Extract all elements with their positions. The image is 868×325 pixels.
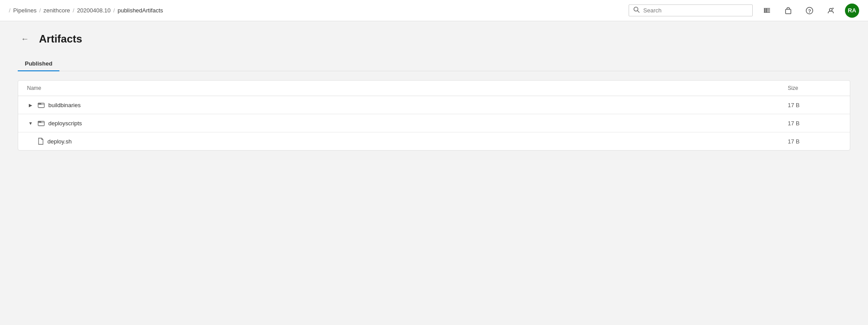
artifacts-table: Name Size ▶ buildbinaries 17 B ▼ xyxy=(18,80,850,151)
row-name-deployscripts: ▼ deployscripts xyxy=(27,120,788,127)
header: / Pipelines / zenithcore / 20200408.10 /… xyxy=(0,0,868,21)
page-title: Artifacts xyxy=(39,33,82,45)
svg-text:⚙: ⚙ xyxy=(832,7,834,9)
back-button[interactable]: ← xyxy=(18,32,32,46)
user-settings-icon[interactable]: ⚙ xyxy=(824,4,838,18)
header-right: ? ⚙ RA xyxy=(629,4,859,18)
tabs: Published xyxy=(18,57,850,71)
folder-icon xyxy=(38,120,45,127)
svg-line-1 xyxy=(637,11,639,12)
column-size: Size xyxy=(788,85,841,91)
chevron-right-icon[interactable]: ▶ xyxy=(27,103,34,108)
breadcrumb-published-artifacts[interactable]: publishedArtifacts xyxy=(117,7,163,14)
chevron-down-icon[interactable]: ▼ xyxy=(27,121,34,126)
svg-text:?: ? xyxy=(808,8,811,13)
search-input[interactable] xyxy=(643,7,748,14)
item-name-buildbinaries[interactable]: buildbinaries xyxy=(48,102,81,108)
folder-icon xyxy=(38,101,45,108)
item-name-deployscripts[interactable]: deployscripts xyxy=(48,120,82,127)
page-header: ← Artifacts xyxy=(18,32,850,46)
column-name: Name xyxy=(27,85,788,91)
search-box[interactable] xyxy=(629,4,753,16)
help-icon[interactable]: ? xyxy=(802,4,817,18)
item-size-deploysh: 17 B xyxy=(788,138,841,145)
breadcrumb-zenithcore[interactable]: zenithcore xyxy=(43,7,70,14)
list-icon[interactable] xyxy=(760,4,774,18)
svg-rect-8 xyxy=(786,9,791,14)
row-name-deploysh: deploy.sh xyxy=(27,138,788,145)
avatar[interactable]: RA xyxy=(845,4,859,18)
search-icon xyxy=(633,7,640,14)
breadcrumb: / Pipelines / zenithcore / 20200408.10 /… xyxy=(9,7,163,14)
table-row: deploy.sh 17 B xyxy=(18,132,850,150)
item-name-deploysh[interactable]: deploy.sh xyxy=(47,138,72,145)
item-size-buildbinaries: 17 B xyxy=(788,102,841,108)
shopping-bag-icon[interactable] xyxy=(781,4,795,18)
item-size-deployscripts: 17 B xyxy=(788,120,841,127)
breadcrumb-sep-2: / xyxy=(73,7,74,14)
table-row: ▼ deployscripts 17 B xyxy=(18,114,850,132)
main-content: ← Artifacts Published Name Size ▶ bui xyxy=(0,21,868,161)
breadcrumb-sep-1: / xyxy=(39,7,41,14)
file-icon xyxy=(38,138,44,145)
tab-published[interactable]: Published xyxy=(18,57,59,71)
breadcrumb-sep-3: / xyxy=(113,7,115,14)
breadcrumb-pipelines[interactable]: Pipelines xyxy=(13,7,37,14)
breadcrumb-root-slash: / xyxy=(9,7,11,14)
breadcrumb-build[interactable]: 20200408.10 xyxy=(77,7,111,14)
row-name-buildbinaries: ▶ buildbinaries xyxy=(27,101,788,108)
table-header: Name Size xyxy=(18,81,850,96)
table-row: ▶ buildbinaries 17 B xyxy=(18,96,850,114)
